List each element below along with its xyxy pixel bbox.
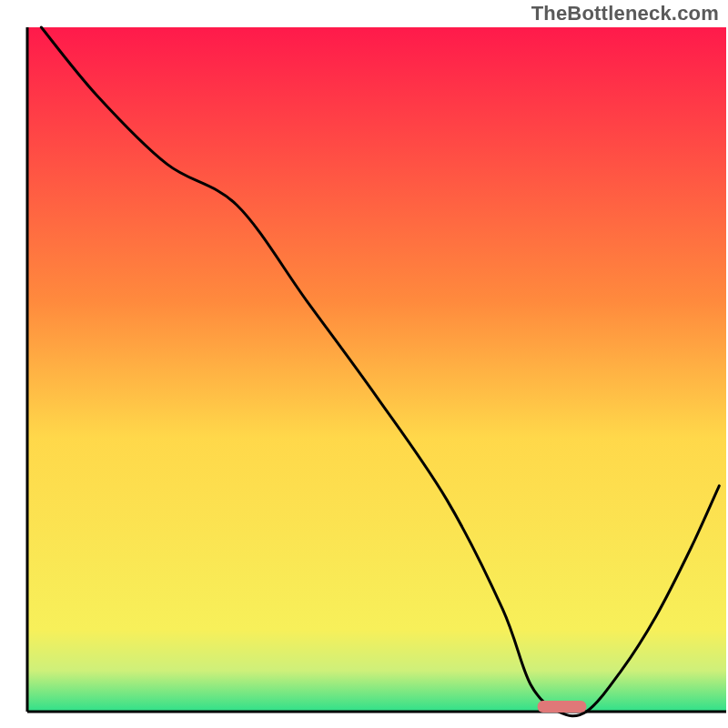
watermark-text: TheBottleneck.com xyxy=(531,2,719,25)
chart-container: TheBottleneck.com xyxy=(0,0,728,728)
bottleneck-chart xyxy=(0,0,728,728)
gradient-background xyxy=(27,27,726,712)
optimal-range-marker xyxy=(538,701,587,713)
